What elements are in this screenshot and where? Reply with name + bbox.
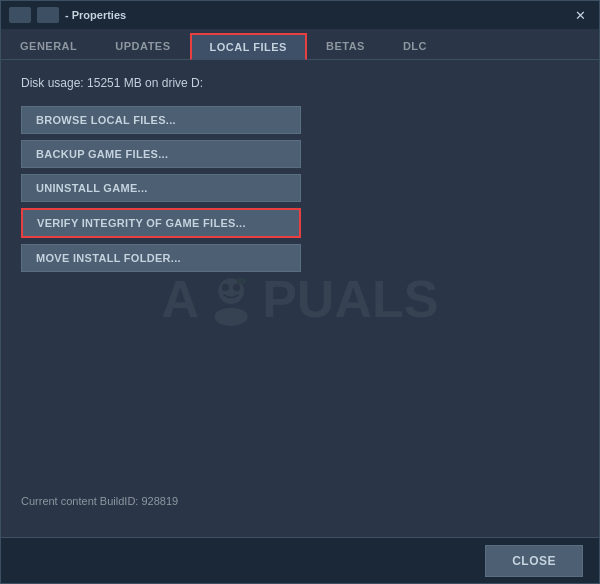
window-title: - Properties bbox=[65, 9, 126, 21]
title-bar-left: - Properties bbox=[9, 7, 126, 23]
bottom-bar: CLOSE bbox=[1, 537, 599, 583]
build-id-label: Current content BuildID: 928819 bbox=[21, 495, 579, 507]
footer: Current content BuildID: 928819 bbox=[21, 485, 579, 521]
move-install-folder-button[interactable]: MOVE INSTALL FOLDER... bbox=[21, 244, 301, 272]
tab-dlc[interactable]: DLC bbox=[384, 33, 446, 59]
tab-updates[interactable]: UPDATES bbox=[96, 33, 189, 59]
svg-point-3 bbox=[232, 284, 239, 291]
tabs-bar: GENERAL UPDATES LOCAL FILES BETAS DLC bbox=[1, 29, 599, 60]
title-bar-btn1[interactable] bbox=[9, 7, 31, 23]
watermark-text2: PUALS bbox=[262, 269, 438, 329]
watermark-text: A bbox=[162, 269, 200, 329]
disk-usage-label: Disk usage: 15251 MB on drive D: bbox=[21, 76, 579, 90]
uninstall-game-button[interactable]: UNINSTALL GAME... bbox=[21, 174, 301, 202]
tab-local-files[interactable]: LOCAL FILES bbox=[190, 33, 307, 60]
properties-window: - Properties ✕ GENERAL UPDATES LOCAL FIL… bbox=[0, 0, 600, 584]
tab-general[interactable]: GENERAL bbox=[1, 33, 96, 59]
svg-point-2 bbox=[221, 284, 228, 291]
svg-point-0 bbox=[218, 278, 244, 304]
action-buttons-group: BROWSE LOCAL FILES... BACKUP GAME FILES.… bbox=[21, 106, 301, 272]
title-bar-btn2[interactable] bbox=[37, 7, 59, 23]
verify-integrity-button[interactable]: VERIFY INTEGRITY OF GAME FILES... bbox=[21, 208, 301, 238]
tab-betas[interactable]: BETAS bbox=[307, 33, 384, 59]
svg-rect-4 bbox=[236, 278, 245, 284]
content-area: Disk usage: 15251 MB on drive D: BROWSE … bbox=[1, 60, 599, 537]
backup-game-files-button[interactable]: BACKUP GAME FILES... bbox=[21, 140, 301, 168]
watermark: A PUALS bbox=[162, 269, 439, 329]
close-button[interactable]: CLOSE bbox=[485, 545, 583, 577]
watermark-icon bbox=[203, 271, 258, 326]
svg-point-1 bbox=[214, 308, 247, 326]
window-close-button[interactable]: ✕ bbox=[570, 6, 591, 25]
browse-local-files-button[interactable]: BROWSE LOCAL FILES... bbox=[21, 106, 301, 134]
title-bar: - Properties ✕ bbox=[1, 1, 599, 29]
